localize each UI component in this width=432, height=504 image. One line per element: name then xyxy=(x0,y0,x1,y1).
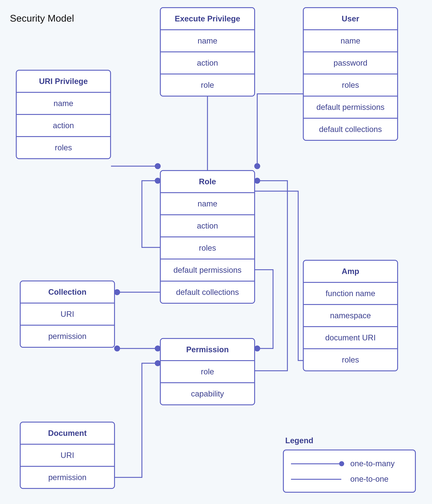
entity-header: Document xyxy=(21,423,114,444)
legend-line-one-to-one xyxy=(291,479,341,480)
entity-row: capability xyxy=(161,382,254,404)
entity-row: permission xyxy=(21,325,114,347)
entity-header: User xyxy=(304,8,397,29)
entity-execute-privilege: Execute Privilege name action role xyxy=(160,7,255,97)
svg-point-1 xyxy=(155,164,160,169)
entity-row: role xyxy=(161,360,254,382)
entity-row: function name xyxy=(304,282,397,304)
entity-amp: Amp function name namespace document URI… xyxy=(303,260,398,371)
entity-header: Permission xyxy=(161,339,254,360)
legend-label-one-to-many: one-to-many xyxy=(350,459,395,468)
entity-row: role xyxy=(161,73,254,96)
entity-header: Role xyxy=(161,171,254,192)
svg-point-8 xyxy=(115,290,120,295)
entity-row: default collections xyxy=(304,118,397,140)
legend-dot-icon xyxy=(339,461,344,466)
entity-row: roles xyxy=(17,136,110,158)
entity-collection: Collection URI permission xyxy=(20,280,115,348)
svg-point-13 xyxy=(255,178,260,183)
svg-point-10 xyxy=(115,346,120,351)
entity-header: URI Privilege xyxy=(17,71,110,92)
legend-title: Legend xyxy=(285,436,313,445)
entity-row: document URI xyxy=(304,326,397,348)
entity-row: name xyxy=(161,29,254,51)
entity-row: name xyxy=(304,29,397,51)
entity-row: permission xyxy=(21,466,114,488)
entity-row: roles xyxy=(304,348,397,370)
entity-row: action xyxy=(161,214,254,236)
entity-uri-privilege: URI Privilege name action roles xyxy=(16,70,111,159)
entity-header: Execute Privilege xyxy=(161,8,254,29)
entity-user: User name password roles default permiss… xyxy=(303,7,398,141)
svg-point-4 xyxy=(255,164,260,169)
svg-point-6 xyxy=(255,346,260,351)
entity-header: Amp xyxy=(304,261,397,282)
entity-row: default permissions xyxy=(304,96,397,118)
entity-row: URI xyxy=(21,303,114,325)
diagram-title: Security Model xyxy=(10,13,74,24)
entity-row: default permissions xyxy=(161,259,254,281)
legend-label-one-to-one: one-to-one xyxy=(350,475,389,484)
svg-point-12 xyxy=(155,361,160,366)
entity-row: roles xyxy=(304,73,397,96)
legend-box: one-to-many one-to-one xyxy=(283,450,416,493)
legend-line-one-to-many xyxy=(291,463,341,464)
svg-point-11 xyxy=(155,346,160,351)
entity-role: Role name action roles default permissio… xyxy=(160,170,255,304)
svg-point-5 xyxy=(155,178,160,183)
entity-document: Document URI permission xyxy=(20,422,115,489)
entity-row: name xyxy=(17,92,110,114)
entity-row: namespace xyxy=(304,304,397,326)
entity-header: Collection xyxy=(21,281,114,303)
entity-row: name xyxy=(161,192,254,214)
entity-row: action xyxy=(17,114,110,136)
entity-row: URI xyxy=(21,444,114,466)
entity-row: password xyxy=(304,51,397,73)
entity-row: action xyxy=(161,51,254,73)
entity-row: default collections xyxy=(161,281,254,303)
entity-permission: Permission role capability xyxy=(160,338,255,405)
entity-row: roles xyxy=(161,236,254,259)
